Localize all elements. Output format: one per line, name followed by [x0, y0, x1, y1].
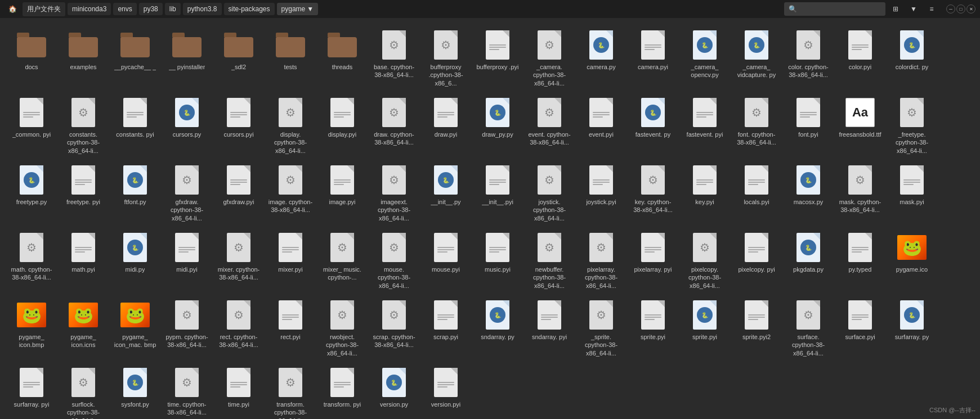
file-item[interactable]: joystick.pyi: [576, 160, 626, 225]
file-item[interactable]: ⚙time. cpython-38-x86_64-li...: [162, 362, 212, 419]
file-item[interactable]: __ pyinstaller: [162, 25, 212, 90]
file-item[interactable]: Aafreesansbold.ttf: [835, 92, 885, 157]
file-item[interactable]: ⚙rect. cpython-38-x86_64-li...: [214, 295, 263, 360]
file-item[interactable]: ⚙imageext. cpython-38-x86_64-li...: [369, 160, 419, 225]
file-item[interactable]: 🐍version.py: [369, 362, 419, 419]
file-item[interactable]: mixer.pyi: [266, 227, 315, 292]
file-item[interactable]: 🐍fastevent. py: [628, 92, 678, 157]
breadcrumb-envs[interactable]: envs: [113, 3, 136, 15]
file-item[interactable]: gfxdraw.pyi: [214, 160, 263, 225]
file-item[interactable]: ⚙surflock. cpython-38-x86_64-li...: [59, 362, 108, 419]
file-item[interactable]: ⚙event. cpython-38-x86_64-li...: [525, 92, 574, 157]
breadcrumb-python38[interactable]: python3.8: [183, 3, 222, 15]
breadcrumb-pygame[interactable]: pygame ▼: [277, 3, 319, 15]
file-item[interactable]: threads: [317, 25, 367, 90]
file-item[interactable]: _common. pyi: [7, 92, 56, 157]
file-item[interactable]: tests: [266, 25, 315, 90]
file-item[interactable]: math.pyi: [59, 227, 108, 292]
file-item[interactable]: ⚙mouse. cpython-38-x86_64-li...: [369, 227, 419, 292]
file-item[interactable]: __pycache__ _: [110, 25, 160, 90]
file-item[interactable]: examples: [59, 25, 108, 90]
home-button[interactable]: 🏠: [5, 1, 20, 17]
file-item[interactable]: rect.pyi: [266, 295, 315, 360]
breadcrumb-miniconda3[interactable]: miniconda3: [68, 3, 111, 15]
file-item[interactable]: ⚙_sprite. cpython-38-x86_64-li...: [576, 295, 626, 360]
view-dropdown-button[interactable]: ▼: [906, 1, 921, 17]
file-item[interactable]: surfarray. pyi: [7, 362, 56, 419]
file-item[interactable]: 🐍_camera_ vidcapture. py: [732, 25, 781, 90]
view-grid-button[interactable]: ⊞: [888, 1, 903, 17]
file-item[interactable]: cursors.pyi: [214, 92, 263, 157]
file-item[interactable]: 🐸pygame_ icon_mac. bmp: [110, 295, 160, 360]
file-item[interactable]: music.pyi: [473, 227, 522, 292]
file-item[interactable]: ⚙joystick. cpython-38-x86_64-li...: [525, 160, 574, 225]
maximize-button[interactable]: □: [956, 4, 965, 13]
file-item[interactable]: key.pyi: [680, 160, 730, 225]
close-button[interactable]: ✕: [966, 4, 975, 13]
file-item[interactable]: ⚙font. cpython-38-x86_64-li...: [732, 92, 781, 157]
file-item[interactable]: _sdl2: [214, 25, 263, 90]
file-item[interactable]: 🐍macosx.py: [784, 160, 833, 225]
file-item[interactable]: ⚙color. cpython-38-x86_64-li...: [784, 25, 833, 90]
file-item[interactable]: 🐸pygame.ico: [887, 227, 937, 292]
file-item[interactable]: camera.pyi: [628, 25, 678, 90]
file-item[interactable]: ⚙display. cpython-38-x86_64-li...: [266, 92, 315, 157]
file-item[interactable]: mask.pyi: [887, 160, 937, 225]
file-item[interactable]: ⚙mask. cpython-38-x86_64-li...: [835, 160, 885, 225]
file-item[interactable]: 🐍__init__.py: [421, 160, 471, 225]
file-item[interactable]: display.pyi: [317, 92, 367, 157]
file-item[interactable]: bufferproxy .pyi: [473, 25, 522, 90]
file-item[interactable]: image.pyi: [317, 160, 367, 225]
file-item[interactable]: 🐍camera.py: [576, 25, 626, 90]
file-item[interactable]: __init__.pyi: [473, 160, 522, 225]
file-item[interactable]: ⚙pixelcopy. cpython-38-x86_64-li...: [680, 227, 730, 292]
file-item[interactable]: docs: [7, 25, 56, 90]
file-item[interactable]: 🐍sysfont.py: [110, 362, 160, 419]
file-item[interactable]: version.pyi: [421, 362, 471, 419]
breadcrumb-py38[interactable]: py38: [139, 3, 163, 15]
file-item[interactable]: ⚙math. cpython-38-x86_64-li...: [7, 227, 56, 292]
file-item[interactable]: py.typed: [835, 227, 885, 292]
file-item[interactable]: ⚙_camera. cpython-38-x86_64-li...: [525, 25, 574, 90]
file-item[interactable]: sprite.pyi2: [732, 295, 781, 360]
file-item[interactable]: ⚙key. cpython-38-x86_64-li...: [628, 160, 678, 225]
file-item[interactable]: 🐍colordict. py: [887, 25, 937, 90]
file-item[interactable]: pixelcopy. pyi: [732, 227, 781, 292]
file-item[interactable]: ⚙image. cpython-38-x86_64-li...: [266, 160, 315, 225]
view-list-button[interactable]: ≡: [924, 1, 939, 17]
file-item[interactable]: freetype. pyi: [59, 160, 108, 225]
file-item[interactable]: 🐸pygame_ icon.icns: [59, 295, 108, 360]
file-item[interactable]: ⚙surface. cpython-38-x86_64-li...: [784, 295, 833, 360]
file-item[interactable]: color.pyi: [835, 25, 885, 90]
file-item[interactable]: ⚙pypm. cpython-38-x86_64-li...: [162, 295, 212, 360]
file-item[interactable]: 🐍midi.py: [110, 227, 160, 292]
file-item[interactable]: 🐍cursors.py: [162, 92, 212, 157]
file-item[interactable]: ⚙mixer_ music. cpython-...: [317, 227, 367, 292]
search-input[interactable]: [784, 2, 885, 16]
file-item[interactable]: ⚙base. cpython-38-x86_64-li...: [369, 25, 419, 90]
file-item[interactable]: constants. pyi: [110, 92, 160, 157]
file-item[interactable]: midi.pyi: [162, 227, 212, 292]
file-item[interactable]: locals.pyi: [732, 160, 781, 225]
file-item[interactable]: ⚙pixelarray. cpython-38-x86_64-li...: [576, 227, 626, 292]
file-item[interactable]: ⚙transform. cpython-38-x86_64-li...: [266, 362, 315, 419]
file-item[interactable]: event.pyi: [576, 92, 626, 157]
file-item[interactable]: 🐍sndarray. py: [473, 295, 522, 360]
file-item[interactable]: transform. pyi: [317, 362, 367, 419]
file-item[interactable]: ⚙mixer. cpython-38-x86_64-li...: [214, 227, 263, 292]
file-item[interactable]: ⚙draw. cpython-38-x86_64-li...: [369, 92, 419, 157]
file-item[interactable]: ⚙newbuffer. cpython-38-x86_64-li...: [525, 227, 574, 292]
breadcrumb-lib[interactable]: lib: [165, 3, 181, 15]
file-item[interactable]: ⚙rwobject. cpython-38-x86_64-li...: [317, 295, 367, 360]
file-item[interactable]: 🐍pkgdata.py: [784, 227, 833, 292]
file-item[interactable]: 🐍_camera_ opencv.py: [680, 25, 730, 90]
file-item[interactable]: draw.pyi: [421, 92, 471, 157]
breadcrumb-site-packages[interactable]: site-packages: [224, 3, 275, 15]
file-item[interactable]: time.pyi: [214, 362, 263, 419]
file-item[interactable]: ⚙scrap. cpython-38-x86_64-li...: [369, 295, 419, 360]
file-item[interactable]: fastevent. pyi: [680, 92, 730, 157]
file-item[interactable]: mouse.pyi: [421, 227, 471, 292]
file-item[interactable]: 🐍draw_py.py: [473, 92, 522, 157]
minimize-button[interactable]: ─: [946, 4, 955, 13]
file-item[interactable]: ⚙gfxdraw. cpython-38-x86_64-li...: [162, 160, 212, 225]
